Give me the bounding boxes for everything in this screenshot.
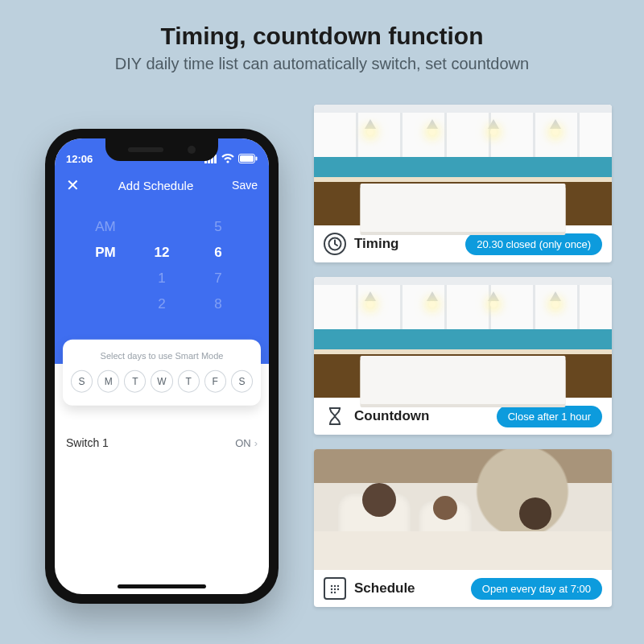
close-button[interactable]: ✕	[66, 175, 80, 195]
clock-icon	[324, 233, 346, 255]
time-picker[interactable]: AM PM 12 1 2 5 6 7 8	[66, 219, 258, 312]
svg-point-11	[337, 585, 339, 587]
hourglass-icon	[324, 405, 346, 427]
days-row: S M T W T F S	[71, 370, 253, 393]
picker-selected: 6	[214, 245, 221, 261]
feature-image	[314, 449, 612, 570]
app-nav-bar: ✕ Add Schedule Save	[66, 175, 258, 195]
day-toggle-thu[interactable]: T	[178, 370, 200, 393]
svg-point-16	[334, 592, 336, 593]
day-toggle-wed[interactable]: W	[151, 370, 172, 393]
svg-point-13	[334, 588, 336, 590]
phone-mockup: 12:06 ✕ Add Schedule Save	[45, 129, 279, 604]
feature-label: Countdown	[354, 408, 429, 424]
picker-value: 7	[214, 270, 221, 287]
svg-point-12	[331, 588, 332, 590]
marketing-heading: Timing, countdown function DIY daily tim…	[0, 0, 644, 73]
home-indicator	[118, 584, 206, 588]
svg-point-15	[331, 592, 332, 593]
feature-card-schedule: Schedule Open every day at 7:00	[314, 449, 612, 607]
save-button[interactable]: Save	[232, 179, 258, 192]
feature-card-timing: Timing 20.30 closed (only once)	[314, 105, 612, 262]
switch-state: ON	[235, 437, 251, 449]
feature-label: Timing	[354, 236, 398, 252]
page-title: Timing, countdown function	[0, 23, 644, 50]
svg-point-4	[226, 160, 229, 163]
switch-name: Switch 1	[66, 436, 109, 449]
picker-value: 8	[214, 296, 221, 312]
feature-pill: 20.30 closed (only once)	[465, 233, 602, 255]
picker-value: 2	[158, 296, 165, 312]
battery-icon	[238, 154, 258, 163]
day-toggle-fri[interactable]: F	[204, 370, 226, 393]
screen-title: Add Schedule	[118, 179, 193, 192]
feature-card-countdown: Countdown Close after 1 hour	[314, 277, 612, 435]
ampm-column[interactable]: AM PM	[88, 219, 123, 312]
hour-column[interactable]: 12 1 2	[144, 219, 180, 312]
svg-point-10	[334, 585, 336, 587]
calendar-icon	[324, 577, 346, 600]
picker-value: 5	[214, 219, 221, 235]
picker-selected: 12	[155, 245, 170, 261]
feature-image	[314, 105, 612, 225]
page-subtitle: DIY daily time list can automatically sw…	[0, 55, 644, 73]
days-card: Select days to use Smart Mode S M T W T …	[63, 340, 261, 406]
days-hint: Select days to use Smart Mode	[71, 351, 253, 361]
chevron-right-icon: ›	[254, 437, 258, 449]
feature-label: Schedule	[354, 580, 415, 597]
feature-pill: Open every day at 7:00	[471, 578, 602, 600]
feature-stack: Timing 20.30 closed (only once) Countdow…	[314, 105, 612, 607]
switch-row[interactable]: Switch 1 ON ›	[66, 436, 258, 449]
feature-image	[314, 277, 612, 398]
svg-rect-7	[256, 157, 258, 161]
picker-selected: PM	[95, 245, 116, 261]
day-toggle-tue[interactable]: T	[124, 370, 146, 393]
wifi-icon	[221, 154, 234, 163]
phone-screen: 12:06 ✕ Add Schedule Save	[55, 138, 269, 594]
picker-value: 1	[158, 270, 165, 287]
picker-value: AM	[95, 219, 116, 235]
minute-column[interactable]: 5 6 7 8	[200, 219, 236, 312]
day-toggle-mon[interactable]: M	[97, 370, 119, 393]
svg-rect-6	[240, 155, 254, 162]
day-toggle-sun[interactable]: S	[71, 370, 93, 393]
day-toggle-sat[interactable]: S	[231, 370, 253, 393]
status-clock: 12:06	[66, 153, 93, 165]
app-header-area: 12:06 ✕ Add Schedule Save	[55, 138, 269, 364]
svg-point-9	[331, 585, 332, 587]
phone-notch	[105, 138, 218, 161]
svg-point-14	[337, 588, 339, 590]
feature-pill: Close after 1 hour	[497, 406, 602, 427]
